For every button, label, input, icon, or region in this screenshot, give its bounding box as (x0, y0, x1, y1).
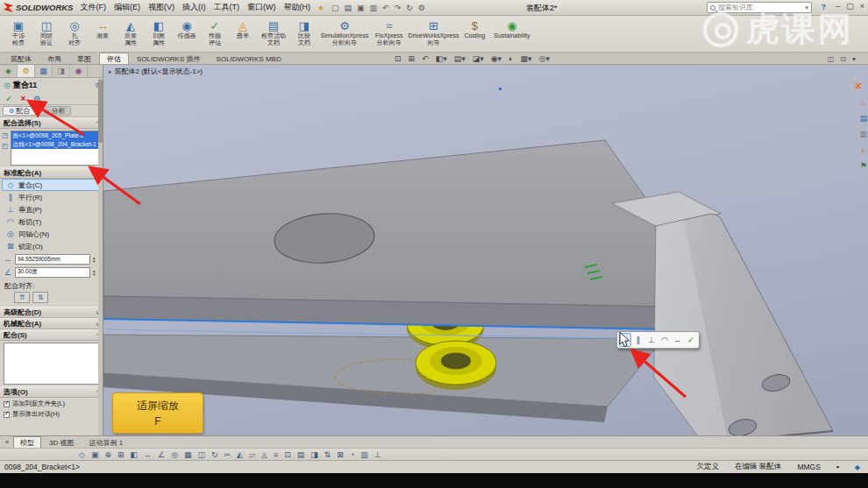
quick-access-icon[interactable]: ▤ (345, 4, 352, 12)
tabrow-right-icon[interactable]: ⊡ (840, 55, 846, 63)
bottom-toolbar-icon[interactable]: ⇅ (324, 450, 331, 459)
pm-scrollbar[interactable] (98, 78, 103, 435)
command-tab[interactable]: SOLIDWORKS 插件 (129, 53, 208, 64)
task-pane-tab-icon[interactable]: ▤ (859, 114, 867, 123)
document-tab[interactable]: 模型 (13, 436, 41, 448)
bottom-toolbar-icon[interactable]: ▥ (360, 450, 368, 459)
quick-access-icon[interactable]: ▢ (331, 4, 339, 12)
context-toolbar-icon[interactable]: ✓ (685, 333, 697, 347)
command-tab[interactable]: 评估 (99, 53, 129, 64)
view-toolbar-icon[interactable]: ⊞ (409, 53, 416, 65)
tabrow-right-icon[interactable]: ◫ (828, 55, 835, 63)
pm-mode-tab[interactable]: ◎ 分析 (38, 106, 71, 116)
menu-item[interactable]: 帮助(H) (283, 2, 310, 13)
pm-action-icon[interactable]: ⊙ (33, 94, 40, 103)
bottom-toolbar-icon[interactable]: ▤ (297, 450, 305, 459)
ribbon-button[interactable]: ◨ 比较 文档 (291, 18, 317, 48)
bottom-toolbar-icon[interactable]: ◭ (237, 450, 243, 459)
bottom-toolbar-icon[interactable]: ▦ (184, 450, 192, 459)
selection-filter-icon[interactable]: ◳ (2, 131, 9, 139)
mate-selections-group-header[interactable]: 配合选择(S) ^ (0, 117, 103, 129)
mate-type-button[interactable]: ⊥ 垂直(P) (2, 203, 101, 216)
bottom-toolbar-icon[interactable]: ◬ (261, 450, 267, 459)
quick-access-icon[interactable]: ⚙ (418, 4, 425, 12)
ribbon-button[interactable]: ↔ 测量 (89, 18, 116, 41)
selection-list-item[interactable]: 面<1>@0098_205_Plate-2 (11, 131, 99, 140)
ribbon-button[interactable]: ◧ 剖面 属性 (146, 18, 172, 48)
help-icon[interactable]: ? (822, 3, 827, 11)
search-input[interactable]: 搜索知识库 ▾ (707, 2, 812, 13)
selection-list-item[interactable]: 边线<1>@0098_204_Bracket-1 (11, 140, 99, 149)
option-checkbox-row[interactable]: 添加到新文件夹(L) (0, 398, 103, 408)
tabrow-right-icon[interactable]: ▾ (852, 55, 856, 63)
context-toolbar-icon[interactable]: ↔ (672, 333, 684, 347)
view-toolbar-icon[interactable]: ◉▾ (491, 53, 502, 65)
view-toolbar-icon[interactable]: ↶ (422, 53, 429, 65)
quick-access-icon[interactable]: ▥ (370, 4, 378, 12)
quick-access-icon[interactable]: ↷ (395, 4, 402, 12)
mate-type-button[interactable]: ◇ 重合(C) (2, 179, 101, 191)
status-units[interactable]: MMGS (797, 463, 820, 471)
bushing-front[interactable] (416, 341, 496, 390)
ribbon-button[interactable]: ◬ 曲率 (230, 18, 256, 41)
ribbon-button[interactable]: ◉ 传感器 (174, 18, 200, 41)
view-toolbar-icon[interactable]: ◪▾ (473, 53, 484, 65)
alignment-toggle-button[interactable]: ⇅ (32, 292, 48, 303)
ribbon-button[interactable]: ⊞ DriveWorksXpress 向导 (409, 18, 459, 48)
bottom-toolbar-icon[interactable]: ✂ (224, 450, 231, 459)
context-toolbar-icon[interactable]: ◇ (619, 333, 631, 347)
pm-action-icon[interactable]: ✓ (5, 94, 12, 103)
view-toolbar-icon[interactable]: ◧▾ (436, 53, 447, 65)
checkbox-icon[interactable] (4, 412, 10, 418)
pm-scrollbar-thumb[interactable] (98, 80, 103, 143)
context-toolbar-icon[interactable]: ⊥ (645, 333, 658, 347)
feature-tree-flyout[interactable]: ▸ 装配体2 (默认<显示状态-1>) (109, 67, 203, 76)
window-control-icon[interactable]: ▢ (846, 2, 854, 11)
upper-plate-top-face[interactable] (103, 140, 675, 307)
quick-access-icon[interactable]: ↶ (382, 4, 389, 12)
task-pane-tab-icon[interactable]: ⌂ (861, 98, 865, 107)
bottom-toolbar-icon[interactable]: ↻ (211, 450, 218, 459)
bottom-toolbar-icon[interactable]: ◫ (198, 450, 206, 459)
task-pane-tab-icon[interactable]: ▥ (859, 130, 867, 138)
mate-selection-list[interactable]: 面<1>@0098_205_Plate-2边线<1>@0098_204_Brac… (11, 131, 100, 166)
command-tab[interactable]: 布局 (39, 53, 69, 64)
flyout-arrow-icon[interactable]: ▸ (109, 68, 112, 75)
advanced-mates-group-header[interactable]: 高级配合(D) v (0, 307, 103, 318)
command-tab[interactable]: 装配体 (3, 53, 39, 64)
angle-input[interactable]: 30.00度 (15, 267, 90, 278)
bottom-toolbar-icon[interactable]: ⊞ (117, 450, 125, 459)
bottom-toolbar-icon[interactable]: ▣ (91, 450, 99, 459)
mate-type-button[interactable]: ◎ 同轴心(N) (2, 228, 101, 240)
ribbon-button[interactable]: ◎ 孔 对齐 (61, 18, 88, 48)
mechanical-mates-group-header[interactable]: 机械配合(A) v (0, 318, 103, 329)
favorites-star-icon[interactable]: ★ (317, 4, 324, 12)
menu-item[interactable]: 工具(T) (213, 2, 239, 13)
document-tab[interactable]: 3D 视图 (42, 436, 81, 448)
pm-mode-tab[interactable]: ⚙ 配合 (3, 106, 36, 116)
mate-type-button[interactable]: ∥ 平行(R) (2, 191, 101, 203)
graphics-viewport[interactable]: ▸ 装配体2 (默认<显示状态-1>) × ⌂▤▥◐⚑ ◇∥⊥◠↔✓ 适屏缩放 … (103, 65, 868, 435)
bottom-toolbar-icon[interactable]: ⊠ (337, 450, 344, 459)
view-toolbar-icon[interactable]: ▤▾ (454, 53, 466, 65)
bottom-toolbar-icon[interactable]: ⊡ (284, 450, 291, 459)
window-control-icon[interactable]: × (860, 2, 864, 11)
manager-tab[interactable]: ▦ (35, 65, 53, 77)
manager-tab[interactable]: ◨ (53, 65, 70, 77)
task-pane-tab-icon[interactable]: ◐ (861, 145, 865, 154)
bottom-toolbar-icon[interactable]: ⊥ (374, 450, 381, 459)
mate-type-button[interactable]: ⊠ 锁定(O) (2, 240, 101, 252)
menu-item[interactable]: 文件(F) (80, 2, 106, 13)
bottom-toolbar-icon[interactable]: ⊕ (104, 450, 111, 459)
ribbon-button[interactable]: $ Costing (461, 18, 489, 41)
bottom-toolbar-icon[interactable]: ◇ (79, 450, 85, 459)
bottom-toolbar-icon[interactable]: ◎ (171, 450, 178, 459)
menu-item[interactable]: 视图(V) (148, 2, 174, 13)
task-pane-tab-icon[interactable]: ⚑ (860, 161, 867, 170)
mate-type-button[interactable]: ◠ 相切(T) (2, 216, 101, 228)
menu-item[interactable]: 窗口(W) (247, 2, 276, 13)
option-checkbox-row[interactable]: 显示弹出对话(H) (0, 408, 103, 419)
bottom-toolbar-icon[interactable]: ◧ (131, 450, 139, 459)
view-toolbar-icon[interactable]: ⊡ (395, 53, 402, 65)
window-control-icon[interactable]: – (836, 2, 840, 11)
